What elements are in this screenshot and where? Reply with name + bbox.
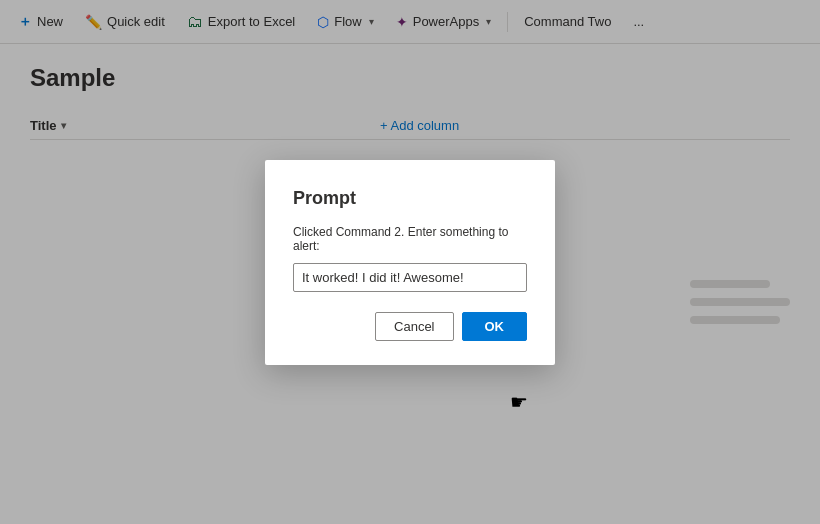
ok-button[interactable]: OK <box>462 312 528 341</box>
modal-input[interactable] <box>293 263 527 292</box>
modal-title: Prompt <box>293 188 527 209</box>
modal-buttons: Cancel OK <box>293 312 527 341</box>
modal-overlay: Prompt Clicked Command 2. Enter somethin… <box>0 0 820 524</box>
prompt-dialog: Prompt Clicked Command 2. Enter somethin… <box>265 160 555 365</box>
modal-label: Clicked Command 2. Enter something to al… <box>293 225 527 253</box>
cancel-button[interactable]: Cancel <box>375 312 453 341</box>
